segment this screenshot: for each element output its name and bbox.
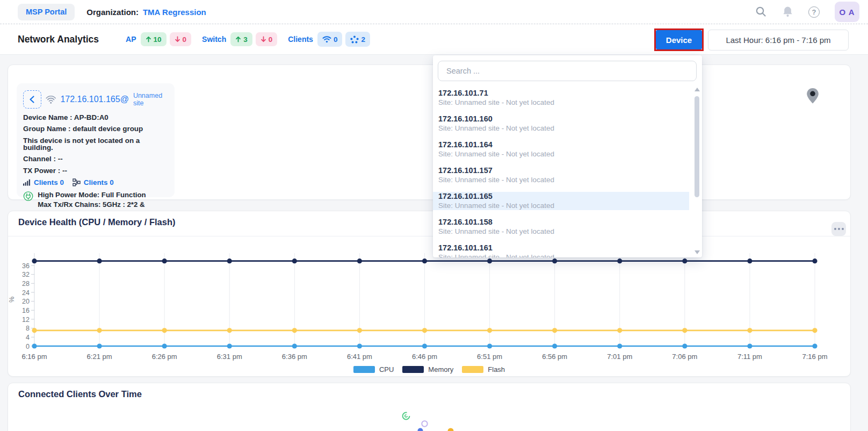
legend-swatch xyxy=(353,366,375,373)
switch-down-badge: 0 xyxy=(256,32,278,46)
help-icon[interactable]: ? xyxy=(808,6,820,18)
svg-text:6:46 pm: 6:46 pm xyxy=(412,353,437,361)
network-analytics-page: MSP Portal Organization: TMA Regression … xyxy=(0,0,868,431)
back-button[interactable] xyxy=(23,90,41,109)
card-menu-ellipsis-icon[interactable] xyxy=(831,222,846,236)
dropdown-item-subtitle: Site: Unnamed site - Not yet located xyxy=(438,227,689,236)
device-health-card: Device Health (CPU / Memory / Flash) 6:1… xyxy=(8,211,851,377)
device-search-input[interactable] xyxy=(438,61,697,81)
chevron-left-icon xyxy=(28,95,36,104)
device-search-dropdown: 172.16.101.71Site: Unnamed site - Not ye… xyxy=(433,55,702,257)
user-avatar[interactable]: O A xyxy=(835,2,859,22)
device-name: Device Name : AP-BD:A0 xyxy=(23,114,168,121)
wifi-icon xyxy=(322,35,331,43)
svg-text:6:21 pm: 6:21 pm xyxy=(87,353,112,361)
ap-down-count: 0 xyxy=(183,35,187,44)
svg-text:6:51 pm: 6:51 pm xyxy=(477,353,502,361)
ap-up-count: 10 xyxy=(154,35,162,44)
svg-text:20: 20 xyxy=(22,298,30,305)
legend-item[interactable]: CPU xyxy=(353,365,394,373)
svg-text:6:41 pm: 6:41 pm xyxy=(347,353,372,361)
svg-text:0: 0 xyxy=(26,343,30,350)
svg-text:16: 16 xyxy=(22,307,30,314)
dropdown-scrollbar xyxy=(694,88,699,254)
loading-spinner-dot-blue xyxy=(417,428,423,431)
svg-text:6:31 pm: 6:31 pm xyxy=(217,353,242,361)
device-health-chart[interactable]: 6:16 pm6:21 pm6:26 pm6:31 pm6:36 pm6:41 … xyxy=(8,241,851,368)
topology-icon xyxy=(73,178,81,186)
dropdown-item-subtitle: Site: Unnamed site - Not yet located xyxy=(438,149,689,159)
legend-item[interactable]: Flash xyxy=(462,365,505,373)
organization-link[interactable]: TMA Regression xyxy=(143,8,206,17)
wireless-clients-badge: 0 xyxy=(317,32,343,47)
wifi-icon xyxy=(46,95,56,105)
scroll-up-arrow-icon[interactable] xyxy=(695,88,700,91)
connected-clients-card: Connected Clients Over Time xyxy=(8,383,851,431)
device-button[interactable]: Device xyxy=(656,30,702,49)
arrow-down-icon xyxy=(261,36,266,42)
wired-clients-count: 2 xyxy=(361,35,365,44)
svg-text:6:56 pm: 6:56 pm xyxy=(542,353,567,361)
location-note: This device is not yet located on a buil… xyxy=(23,137,168,151)
ap-label: AP xyxy=(126,35,136,44)
svg-text:8: 8 xyxy=(26,325,30,332)
power-plug-icon xyxy=(23,190,33,202)
ap-up-badge: 10 xyxy=(141,32,167,46)
loading-spinner-dot-yellow xyxy=(447,428,454,431)
dropdown-item-title: 172.16.101.164 xyxy=(438,140,689,149)
svg-text:6:16 pm: 6:16 pm xyxy=(22,353,47,361)
wired-clients-link[interactable]: Clients 0 xyxy=(84,178,114,186)
dropdown-item-subtitle: Site: Unnamed site - Not yet located xyxy=(438,175,689,184)
loading-spinner-dot-lavender xyxy=(421,420,428,427)
map-pin-icon[interactable] xyxy=(806,88,819,104)
dropdown-item-title: 172.16.101.157 xyxy=(438,166,689,175)
wireless-clients-link[interactable]: Clients 0 xyxy=(34,178,64,186)
device-site-link[interactable]: Unnamed site xyxy=(133,92,168,107)
signal-bars-icon xyxy=(23,179,31,186)
help-glyph: ? xyxy=(808,6,820,18)
device-option-list: 172.16.101.71Site: Unnamed site - Not ye… xyxy=(433,89,689,257)
scrollbar-thumb[interactable] xyxy=(695,96,699,197)
search-icon[interactable] xyxy=(755,6,767,18)
svg-text:7:06 pm: 7:06 pm xyxy=(672,353,697,361)
device-info-panel: 172.16.101.165@ Unnamed site Device Name… xyxy=(17,83,175,197)
svg-text:6:26 pm: 6:26 pm xyxy=(152,353,177,361)
dropdown-item[interactable]: 172.16.101.158Site: Unnamed site - Not y… xyxy=(433,218,689,236)
dropdown-item[interactable]: 172.16.101.165Site: Unnamed site - Not y… xyxy=(433,192,689,210)
dropdown-item-subtitle: Site: Unnamed site - Not yet located xyxy=(438,201,689,210)
dropdown-item-subtitle: Site: Unnamed site - Not yet located xyxy=(438,124,689,133)
power-mode-value: High Power Mode: Full Function xyxy=(38,190,168,200)
organization-label: Organization: xyxy=(86,8,139,17)
device-ip-link[interactable]: 172.16.101.165@ xyxy=(60,95,128,104)
legend-item[interactable]: Memory xyxy=(402,365,453,373)
arrow-down-icon xyxy=(175,36,180,42)
switch-label: Switch xyxy=(202,35,226,44)
dropdown-item[interactable]: 172.16.101.160Site: Unnamed site - Not y… xyxy=(433,114,689,133)
arrow-up-icon xyxy=(235,36,241,42)
top-header: MSP Portal Organization: TMA Regression … xyxy=(0,0,868,24)
msp-portal-button[interactable]: MSP Portal xyxy=(18,4,75,20)
svg-text:28: 28 xyxy=(22,280,30,288)
dropdown-item[interactable]: 172.16.101.157Site: Unnamed site - Not y… xyxy=(433,166,689,184)
channel-value: Channel : -- xyxy=(23,155,168,162)
time-range-selector[interactable]: Last Hour: 6:16 pm - 7:16 pm xyxy=(708,30,849,51)
dropdown-item[interactable]: 172.16.101.164Site: Unnamed site - Not y… xyxy=(433,140,689,159)
dropdown-item-title: 172.16.101.158 xyxy=(438,218,689,227)
dropdown-item-title: 172.16.101.160 xyxy=(438,114,689,124)
connected-clients-title: Connected Clients Over Time xyxy=(18,389,142,399)
svg-text:6:36 pm: 6:36 pm xyxy=(282,353,307,361)
scroll-down-arrow-icon[interactable] xyxy=(695,250,700,254)
dropdown-item[interactable]: 172.16.101.71Site: Unnamed site - Not ye… xyxy=(433,89,689,107)
dropdown-item[interactable]: 172.16.101.161Site: Unnamed site - Not y… xyxy=(433,243,689,257)
arrow-up-icon xyxy=(146,36,151,42)
dropdown-item-subtitle: Site: Unnamed site - Not yet located xyxy=(438,98,689,107)
legend-label: Flash xyxy=(488,365,505,373)
tx-power-value: TX Power : -- xyxy=(23,167,168,174)
switch-up-badge: 3 xyxy=(230,32,252,46)
svg-text:7:16 pm: 7:16 pm xyxy=(802,353,828,361)
svg-text:4: 4 xyxy=(26,334,30,341)
notifications-bell-icon[interactable] xyxy=(782,6,793,18)
chart-legend: CPUMemoryFlash xyxy=(8,365,850,373)
dropdown-item-subtitle: Site: Unnamed site - Not yet located xyxy=(438,253,689,257)
svg-text:24: 24 xyxy=(22,289,30,297)
